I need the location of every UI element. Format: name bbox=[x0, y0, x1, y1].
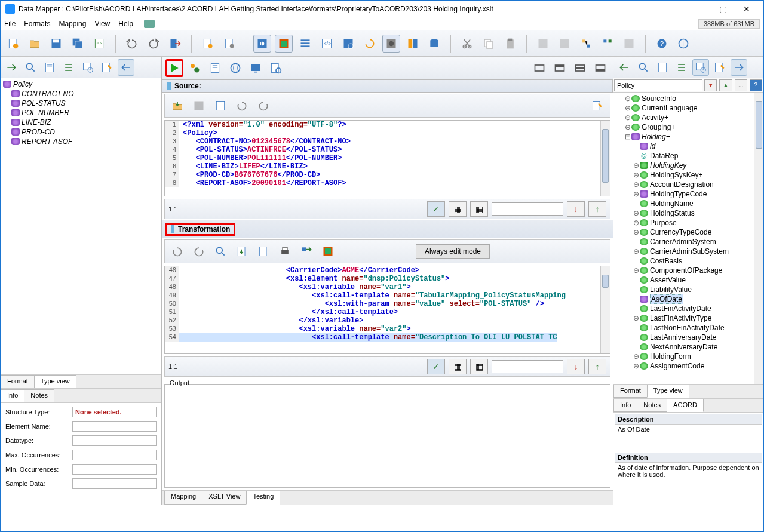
tree-toggle[interactable]: ⊖ bbox=[633, 219, 640, 227]
tree-toggle[interactable]: ⊖ bbox=[633, 314, 640, 322]
src-nav1-icon[interactable]: ✓ bbox=[427, 201, 445, 217]
close-button[interactable]: ✕ bbox=[735, 2, 759, 16]
lp-collapse-icon[interactable] bbox=[118, 59, 134, 76]
tab-notes[interactable]: Notes bbox=[24, 389, 54, 402]
rect1-icon[interactable] bbox=[530, 59, 548, 77]
paste-icon[interactable] bbox=[501, 35, 519, 53]
tf-up-btn[interactable]: ↑ bbox=[588, 359, 606, 374]
tab-mapping[interactable]: Mapping bbox=[164, 491, 202, 505]
tf-down-btn[interactable]: ↓ bbox=[567, 359, 585, 374]
menu-help[interactable]: Help bbox=[118, 20, 133, 28]
link2-icon[interactable] bbox=[599, 35, 616, 53]
code-icon[interactable]: </> bbox=[318, 35, 336, 53]
right-tree-item[interactable]: NextAnniversaryDate bbox=[650, 343, 717, 351]
tree-toggle[interactable]: ⊖ bbox=[624, 123, 631, 131]
right-tree-item[interactable]: LastFinActivityDate bbox=[650, 305, 711, 313]
filter-more-button[interactable]: ... bbox=[735, 79, 747, 91]
maximize-button[interactable]: ▢ bbox=[711, 2, 735, 16]
right-tree-item[interactable]: DataRep bbox=[650, 152, 678, 160]
tab-format[interactable]: Format bbox=[1, 375, 35, 388]
src-undo-icon[interactable] bbox=[233, 97, 251, 115]
lp-search-icon[interactable] bbox=[22, 59, 39, 76]
tab-xslt[interactable]: XSLT View bbox=[202, 491, 247, 505]
right-tree-item[interactable]: Activity+ bbox=[642, 113, 668, 122]
tf-print-icon[interactable] bbox=[276, 242, 294, 260]
right-tree-item[interactable]: AssignmentCode bbox=[650, 362, 704, 370]
tree-toggle[interactable]: ⊖ bbox=[633, 161, 640, 170]
right-tree-item[interactable]: CarrierAdminSubSystem bbox=[650, 247, 729, 256]
undo-icon[interactable] bbox=[123, 35, 141, 53]
tree-toggle[interactable]: ⊖ bbox=[624, 94, 631, 103]
left-tree-item[interactable]: POL-NUMBER bbox=[22, 109, 69, 117]
right-tree-item[interactable]: SourceInfo bbox=[642, 94, 676, 103]
right-tree-item[interactable]: HoldingStatus bbox=[650, 209, 695, 217]
minimize-button[interactable]: — bbox=[687, 2, 711, 16]
src-save-icon[interactable] bbox=[190, 97, 208, 115]
screen-icon[interactable] bbox=[247, 59, 265, 77]
rp-collapse-icon[interactable] bbox=[731, 59, 747, 76]
right-tree-item[interactable]: HoldingSysKey+ bbox=[650, 171, 702, 179]
rtab-acord[interactable]: ACORD bbox=[667, 399, 704, 412]
filter-up-icon[interactable]: ▼ bbox=[704, 79, 717, 91]
right-tree-item[interactable]: ComponentOfPackage bbox=[650, 266, 722, 275]
lp-notes-icon[interactable] bbox=[41, 59, 58, 76]
filter-help-icon[interactable]: ? bbox=[750, 79, 762, 91]
lp-find-icon[interactable] bbox=[79, 59, 96, 76]
tab-testing[interactable]: Testing bbox=[246, 491, 280, 505]
doc-new-icon[interactable] bbox=[199, 35, 217, 53]
tf-nav1-icon[interactable]: ✓ bbox=[427, 359, 445, 374]
tree-toggle[interactable]: ⊖ bbox=[633, 209, 640, 217]
src-up-icon[interactable]: ↑ bbox=[588, 201, 606, 217]
export-xls-icon[interactable]: XLS bbox=[90, 35, 108, 53]
save-all-icon[interactable] bbox=[69, 35, 87, 53]
tab-info[interactable]: Info bbox=[1, 389, 24, 402]
left-tree-item[interactable]: PROD-CD bbox=[22, 128, 55, 136]
filter-down-icon[interactable]: ▲ bbox=[719, 79, 732, 91]
src-edit-icon[interactable] bbox=[588, 97, 606, 115]
left-tree-item[interactable]: POL-STATUS bbox=[22, 99, 66, 107]
tf-up-icon[interactable] bbox=[254, 242, 272, 260]
left-tree-item[interactable]: REPORT-ASOF bbox=[22, 137, 72, 146]
doc-gear-icon[interactable] bbox=[220, 35, 238, 53]
src-doc-icon[interactable] bbox=[211, 97, 229, 115]
rect2-icon[interactable] bbox=[551, 59, 569, 77]
right-tree-item[interactable]: Purpose bbox=[650, 219, 677, 227]
src-nav3-icon[interactable]: ▦ bbox=[470, 201, 488, 217]
left-tree-item[interactable]: CONTRACT-NO bbox=[22, 90, 74, 98]
view1-icon[interactable]: i bbox=[253, 35, 271, 53]
tree-toggle[interactable]: ⊖ bbox=[633, 247, 640, 256]
right-tree-item[interactable]: AssetValue bbox=[650, 276, 686, 284]
right-tree-item[interactable]: LastAnniversaryDate bbox=[650, 333, 716, 342]
rect4-icon[interactable] bbox=[591, 59, 609, 77]
right-tree-item[interactable]: HoldingName bbox=[650, 199, 694, 208]
right-tree-item[interactable]: LastNonFinActivityDate bbox=[650, 324, 725, 332]
menu-view[interactable]: View bbox=[94, 20, 110, 28]
left-tree-root[interactable]: Policy bbox=[13, 80, 32, 88]
run-button[interactable] bbox=[165, 59, 183, 77]
rect3-icon[interactable] bbox=[571, 59, 589, 77]
tf-redo-icon[interactable] bbox=[190, 242, 208, 260]
src-redo-icon[interactable] bbox=[254, 97, 272, 115]
rp-find-icon[interactable] bbox=[692, 59, 709, 76]
right-tree-item[interactable]: CarrierAdminSystem bbox=[650, 238, 716, 246]
lp-expand-icon[interactable] bbox=[3, 59, 20, 76]
tf-down-icon[interactable] bbox=[233, 242, 251, 260]
info-icon[interactable]: i bbox=[674, 35, 692, 53]
list-icon[interactable] bbox=[296, 35, 314, 53]
source-code[interactable]: 1<?xml version="1.0" encoding="UTF-8"?> … bbox=[164, 120, 610, 196]
tree-toggle[interactable]: ⊖ bbox=[633, 362, 640, 370]
right-filter-input[interactable] bbox=[614, 79, 702, 91]
rtab-format[interactable]: Format bbox=[613, 385, 648, 398]
rp-notes-icon[interactable] bbox=[654, 59, 671, 76]
tf-table-icon[interactable] bbox=[319, 242, 337, 260]
rtab-info[interactable]: Info bbox=[613, 399, 637, 412]
right-tree-item[interactable]: CostBasis bbox=[650, 257, 682, 265]
right-tree-item[interactable]: CurrencyTypeCode bbox=[650, 228, 711, 236]
exit-icon[interactable] bbox=[166, 35, 184, 53]
tab-typeview[interactable]: Type view bbox=[34, 375, 76, 388]
left-tree-item[interactable]: LINE-BIZ bbox=[22, 118, 51, 127]
menu-mapping[interactable]: Mapping bbox=[59, 20, 86, 28]
transformation-code[interactable]: 46 <CarrierCode>ACME</CarrierCode> 47 <x… bbox=[164, 266, 610, 354]
right-tree-item[interactable]: id bbox=[650, 142, 655, 150]
save-icon[interactable] bbox=[47, 35, 65, 53]
